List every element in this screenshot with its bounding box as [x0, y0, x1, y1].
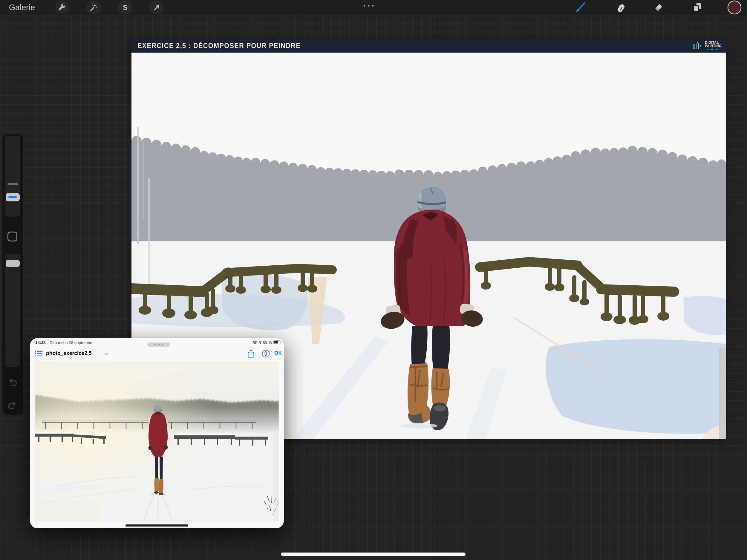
canvas-more-menu[interactable]: ••• — [363, 2, 376, 9]
opacity-slider[interactable] — [5, 254, 20, 367]
adjustments-button[interactable] — [87, 1, 100, 14]
active-color-circle — [727, 0, 742, 15]
reference-photo — [35, 361, 279, 522]
bluetooth-icon — [259, 340, 261, 344]
actions-button[interactable] — [55, 1, 69, 14]
wrench-icon — [57, 3, 66, 12]
magic-wand-icon — [89, 3, 98, 12]
smudge-icon — [615, 1, 627, 14]
brush-size-handle[interactable] — [6, 193, 20, 201]
multitasking-pill[interactable] — [147, 342, 170, 347]
window-home-indicator[interactable] — [126, 525, 188, 527]
eraser-icon — [652, 1, 665, 14]
photo-filename[interactable]: photo_exercice2,5 — [46, 350, 92, 356]
eraser-tool-button[interactable] — [652, 1, 665, 14]
sidebar-toggle-button[interactable] — [35, 351, 43, 357]
exercise-title: EXERCICE 2,5 : DÉCOMPOSER POUR PEINDRE — [137, 42, 301, 50]
selection-s-icon: S — [121, 3, 130, 12]
transform-arrow-icon — [152, 3, 161, 12]
list-icon — [35, 351, 43, 357]
undo-icon — [7, 377, 18, 386]
logo-line1: DIGITAL — [705, 41, 722, 44]
modify-button[interactable] — [7, 232, 17, 241]
battery-percent: 68 % — [263, 340, 272, 345]
exercise-title-bar: EXERCICE 2,5 : DÉCOMPOSER POUR PEINDRE D… — [131, 39, 726, 53]
logo-line3: .SCHOOL — [705, 48, 722, 51]
reference-photo-window[interactable]: 14:28 Dimanche 28 septembre 68 % — [30, 338, 284, 528]
layers-button[interactable] — [691, 1, 704, 14]
markup-button[interactable] — [262, 350, 270, 358]
brush-sidebar — [2, 134, 23, 415]
painted-pants — [411, 326, 427, 365]
brush-size-slider[interactable] — [5, 136, 20, 217]
battery-icon — [274, 340, 281, 344]
transform-button[interactable] — [150, 1, 163, 14]
digital-painting-school-logo: DIGITAL PAINTING .SCHOOL — [693, 41, 722, 51]
procreate-screen: Galerie S ••• — [0, 0, 747, 560]
opacity-handle[interactable] — [6, 260, 20, 267]
logo-line2: PAINTING — [705, 44, 722, 48]
color-swatch[interactable] — [728, 1, 741, 14]
slider-tick — [7, 183, 18, 185]
window-toolbar: photo_exercice2,5 OK — [30, 347, 284, 361]
wifi-icon — [253, 341, 257, 344]
undo-button[interactable] — [7, 377, 18, 386]
smudge-tool-button[interactable] — [614, 1, 627, 14]
paint-tool-button[interactable] — [574, 1, 587, 14]
pencil-logo-icon — [693, 41, 703, 51]
svg-text:S: S — [123, 4, 128, 11]
canvas-edge-strip — [719, 349, 726, 439]
share-button[interactable] — [248, 349, 255, 358]
top-toolbar: Galerie S ••• — [0, 0, 747, 15]
status-date: Dimanche 28 septembre — [50, 340, 94, 345]
chevron-down-icon[interactable] — [105, 353, 108, 355]
redo-button[interactable] — [7, 401, 18, 409]
paint-brush-icon — [574, 1, 587, 14]
gallery-button[interactable]: Galerie — [9, 0, 35, 15]
layers-icon — [691, 1, 703, 14]
home-indicator[interactable] — [281, 553, 466, 556]
window-status-bar: 14:28 Dimanche 28 septembre 68 % — [30, 338, 284, 347]
redo-icon — [7, 401, 18, 409]
status-time: 14:28 — [35, 340, 46, 345]
ok-button[interactable]: OK — [274, 350, 282, 356]
size-handle-accent — [8, 196, 17, 198]
selection-button[interactable]: S — [118, 1, 132, 14]
